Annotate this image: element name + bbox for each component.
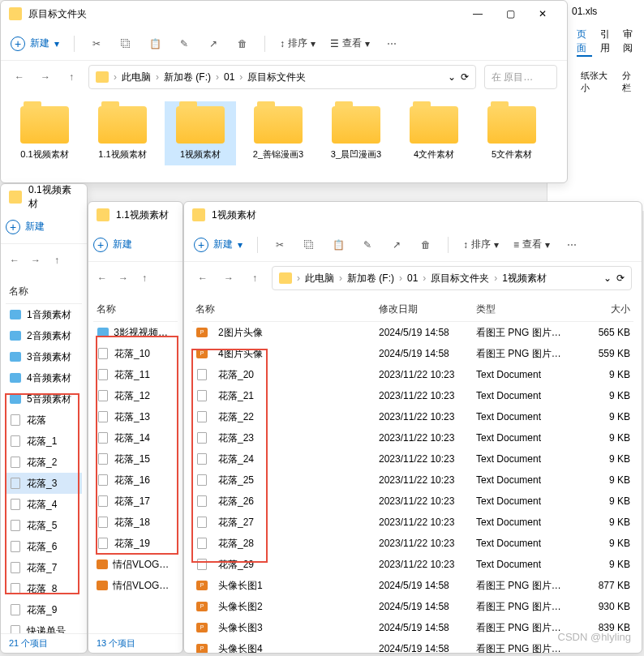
table-row[interactable]: 花落_232023/11/22 10:23Text Document9 KB [192, 427, 633, 448]
list-item[interactable]: 花落_4 [6, 494, 82, 515]
list-item[interactable]: 花落_16 [93, 469, 178, 491]
new-button[interactable]: + 新建 ▾ [11, 36, 59, 51]
titlebar[interactable]: 1视频素材 [184, 202, 642, 228]
back-button[interactable]: ← [11, 68, 28, 86]
cut-icon[interactable]: ✂ [89, 36, 104, 51]
list-item[interactable]: 3音频素材 [6, 346, 82, 367]
table-row[interactable]: 花落_252023/11/22 10:23Text Document9 KB [192, 469, 633, 491]
table-row[interactable]: P4图片头像2024/5/19 14:58看图王 PNG 图片…559 KB [192, 343, 633, 364]
path-box[interactable]: › 此电脑› 新加卷 (F:)› 01› 原目标文件夹› 1视频素材 ⌄ ⟳ [272, 266, 632, 290]
folder-item[interactable]: 5文件素材 [476, 101, 547, 165]
paste-icon[interactable]: 📋 [331, 238, 346, 252]
list-item[interactable]: 花落_13 [93, 406, 178, 427]
list-item[interactable]: 花落_2 [6, 452, 82, 473]
list-item[interactable]: 花落_14 [93, 427, 178, 448]
share-icon[interactable]: ↗ [206, 36, 221, 51]
up-button[interactable]: ↑ [135, 269, 153, 287]
rename-icon[interactable]: ✎ [177, 36, 191, 51]
table-row[interactable]: 花落_222023/11/22 10:23Text Document9 KB [192, 406, 633, 427]
folder-item[interactable]: 3_晨凹漫画3 [320, 101, 392, 165]
tool-col[interactable]: 分栏 [622, 70, 638, 94]
path-seg[interactable]: 01 [407, 272, 418, 284]
table-row[interactable]: 花落_292023/11/22 10:23Text Document9 KB [192, 554, 633, 575]
forward-button[interactable]: → [27, 251, 45, 269]
list-item[interactable]: 花落 [6, 409, 82, 431]
menu-ref[interactable]: 引用 [600, 28, 615, 57]
refresh-icon[interactable]: ⟳ [461, 71, 469, 83]
list-item[interactable]: 花落_12 [93, 385, 178, 406]
path-seg[interactable]: 此电脑 [122, 71, 151, 84]
list-item[interactable]: 花落_11 [93, 364, 178, 385]
menu-page[interactable]: 页面 [577, 28, 591, 57]
list-item[interactable]: 花落_6 [6, 536, 82, 557]
more-icon[interactable]: ⋯ [565, 238, 579, 252]
path-seg[interactable]: 新加卷 (F:) [347, 272, 394, 285]
forward-button[interactable]: → [220, 269, 238, 287]
new-button[interactable]: + 新建 [6, 220, 45, 234]
table-row[interactable]: 花落_242023/11/22 10:23Text Document9 KB [192, 448, 633, 469]
list-item[interactable]: 花落_8 [6, 578, 82, 599]
list-item[interactable]: 2音频素材 [6, 325, 82, 346]
delete-icon[interactable]: 🗑 [235, 36, 250, 51]
table-row[interactable]: 花落_282023/11/22 10:23Text Document9 KB [192, 533, 633, 554]
view-button[interactable]: ☰ 查看 ▾ [330, 36, 370, 50]
list-item[interactable]: 快递单号 [6, 620, 82, 633]
forward-button[interactable]: → [36, 68, 54, 86]
path-seg[interactable]: 01 [224, 71, 234, 83]
column-header-name[interactable]: 名称 [6, 280, 82, 304]
list-item[interactable]: 1音频素材 [6, 304, 82, 325]
list-item[interactable]: 花落_17 [93, 491, 178, 512]
path-seg[interactable]: 新加卷 (F:) [164, 71, 211, 84]
column-header-name[interactable]: 名称 [93, 298, 178, 322]
list-item[interactable]: 花落_3 [6, 473, 82, 494]
list-item[interactable]: 花落_18 [93, 512, 178, 533]
table-row[interactable]: 花落_202023/11/22 10:23Text Document9 KB [192, 364, 633, 385]
list-item[interactable]: 4音频素材 [6, 367, 82, 388]
list-item[interactable]: 花落_10 [93, 343, 178, 364]
list-item[interactable]: 3影视视频素材 [93, 322, 178, 343]
list-item[interactable]: 花落_9 [6, 599, 82, 620]
table-row[interactable]: P2图片头像2024/5/19 14:58看图王 PNG 图片…565 KB [192, 322, 633, 343]
header-type[interactable]: 类型 [476, 302, 573, 316]
up-button[interactable]: ↑ [48, 251, 66, 269]
sort-button[interactable]: ↕ 排序 ▾ [280, 36, 316, 50]
list-item[interactable]: 花落_19 [93, 533, 178, 554]
titlebar[interactable]: 原目标文件夹 — ▢ ✕ [1, 1, 567, 27]
folder-item[interactable]: 2_善锦漫画3 [243, 101, 314, 165]
list-item[interactable]: 花落_15 [93, 448, 178, 469]
tool-size[interactable]: 纸张大小 [581, 70, 612, 94]
delete-icon[interactable]: 🗑 [419, 238, 433, 252]
new-button[interactable]: + 新建 [93, 238, 132, 252]
table-row[interactable]: 花落_212023/11/22 10:23Text Document9 KB [192, 385, 633, 406]
list-item[interactable]: 花落_1 [6, 431, 82, 452]
header-size[interactable]: 大小 [573, 302, 630, 316]
table-row[interactable]: P头像长图22024/5/19 14:58看图王 PNG 图片…930 KB [192, 596, 633, 617]
list-item[interactable]: 情侣VLOG：生活中 [93, 554, 178, 575]
path-seg[interactable]: 原目标文件夹 [247, 71, 306, 84]
header-name[interactable]: 名称 [195, 302, 379, 316]
list-item[interactable]: 花落_5 [6, 515, 82, 536]
table-row[interactable]: 花落_262023/11/22 10:23Text Document9 KB [192, 491, 633, 512]
forward-button[interactable]: → [114, 269, 132, 287]
folder-item[interactable]: 0.1视频素材 [9, 101, 80, 165]
list-item[interactable]: 花落_7 [6, 557, 82, 578]
list-item[interactable]: 5音频素材 [6, 388, 82, 409]
path-seg[interactable]: 原目标文件夹 [431, 272, 489, 285]
menu-review[interactable]: 审阅 [623, 28, 638, 57]
new-button[interactable]: + 新建 ▾ [194, 238, 243, 252]
rename-icon[interactable]: ✎ [360, 238, 375, 252]
sort-button[interactable]: ↕ 排序 ▾ [463, 238, 499, 251]
back-button[interactable]: ← [93, 269, 111, 287]
up-button[interactable]: ↑ [62, 68, 80, 86]
table-row[interactable]: P头像长图12024/5/19 14:58看图王 PNG 图片…877 KB [192, 575, 633, 596]
back-button[interactable]: ← [6, 251, 24, 269]
view-button[interactable]: ≡ 查看 ▾ [513, 238, 550, 251]
copy-icon[interactable]: ⿻ [302, 238, 316, 252]
chevron-down-icon[interactable]: ⌄ [448, 71, 456, 83]
refresh-icon[interactable]: ⟳ [616, 272, 625, 284]
chevron-down-icon[interactable]: ⌄ [603, 272, 612, 284]
path-box[interactable]: › 此电脑› 新加卷 (F:)› 01› 原目标文件夹 ⌄ ⟳ [88, 65, 476, 89]
cut-icon[interactable]: ✂ [273, 238, 287, 252]
paste-icon[interactable]: 📋 [148, 36, 162, 51]
table-row[interactable]: 花落_272023/11/22 10:23Text Document9 KB [192, 512, 633, 533]
